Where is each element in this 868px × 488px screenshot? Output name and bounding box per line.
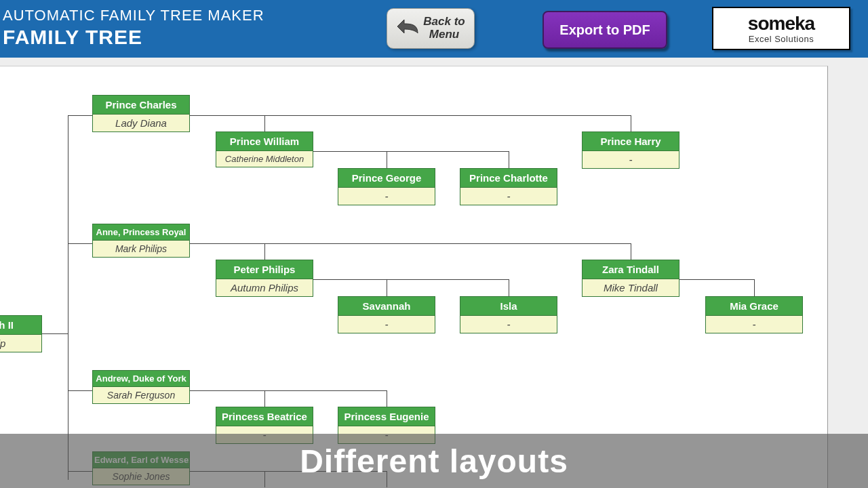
connector (387, 390, 387, 407)
connector (312, 279, 509, 280)
connector (190, 115, 631, 116)
person-andrew[interactable]: Andrew, Duke of York Sarah Ferguson (92, 370, 190, 404)
person-spouse: Catherine Middleton (216, 151, 313, 167)
export-to-pdf-button[interactable]: Export to PDF (542, 11, 667, 49)
person-name: Mia Grace (706, 297, 802, 316)
connector (312, 151, 509, 152)
person-spouse: Autumn Philips (216, 279, 313, 296)
person-name: Anne, Princess Royal (93, 224, 189, 241)
person-name: Prince Harry (583, 132, 679, 151)
back-arrow-icon (396, 17, 420, 40)
connector (68, 115, 68, 480)
person-name: Princess Eugenie (338, 407, 435, 426)
person-spouse: - (583, 151, 679, 168)
connector (387, 279, 387, 296)
person-william[interactable]: Prince William Catherine Middleton (216, 131, 313, 167)
person-elizabeth[interactable]: zabeth II Philip (0, 315, 42, 352)
someka-logo: someka Excel Solutions (712, 7, 850, 50)
logo-main: someka (748, 14, 814, 33)
caption-text: Different layouts (300, 443, 568, 480)
connector (264, 243, 265, 260)
person-spouse: - (706, 316, 802, 333)
person-isla[interactable]: Isla - (460, 296, 557, 333)
back-to-menu-button[interactable]: Back toMenu (387, 8, 475, 49)
connector (631, 115, 631, 131)
person-peter[interactable]: Peter Philips Autumn Philips (216, 260, 313, 297)
person-spouse: Philip (0, 335, 41, 352)
canvas-area: zabeth II Philip Prince Charles Lady Dia… (0, 58, 868, 488)
person-mia[interactable]: Mia Grace - (705, 296, 803, 333)
person-spouse: Mark Philips (93, 241, 189, 257)
person-name: Andrew, Duke of York (93, 371, 189, 387)
person-savannah[interactable]: Savannah - (338, 296, 435, 333)
person-spouse: Mike Tindall (583, 279, 679, 296)
person-charles[interactable]: Prince Charles Lady Diana (92, 95, 190, 132)
person-zara[interactable]: Zara Tindall Mike Tindall (582, 260, 679, 297)
person-spouse: Lady Diana (93, 115, 189, 131)
connector (754, 279, 755, 296)
person-harry[interactable]: Prince Harry - (582, 131, 679, 169)
connector (679, 279, 754, 280)
connector (509, 151, 509, 168)
caption-overlay: Different layouts (0, 434, 868, 488)
connector (42, 333, 68, 334)
connector (264, 115, 265, 131)
connector (509, 279, 509, 296)
connector (264, 390, 265, 407)
connector (68, 390, 92, 391)
connector (68, 115, 92, 116)
person-name: Zara Tindall (583, 260, 679, 279)
person-name: Isla (460, 297, 557, 316)
person-charlotte[interactable]: Prince Charlotte - (460, 168, 557, 205)
person-spouse: - (460, 316, 557, 333)
logo-sub: Excel Solutions (749, 35, 814, 43)
person-name: Prince Charles (93, 96, 189, 115)
person-name: Princess Beatrice (216, 407, 313, 426)
person-spouse: - (338, 188, 435, 205)
connector (631, 243, 631, 260)
person-name: Prince George (338, 169, 435, 188)
person-anne[interactable]: Anne, Princess Royal Mark Philips (92, 224, 190, 258)
export-button-label: Export to PDF (559, 22, 650, 38)
person-george[interactable]: Prince George - (338, 168, 435, 205)
person-name: Savannah (338, 297, 435, 316)
connector (68, 243, 92, 244)
person-spouse: - (460, 188, 557, 205)
connector (190, 390, 387, 391)
person-name: zabeth II (0, 316, 41, 335)
family-tree-sheet: zabeth II Philip Prince Charles Lady Dia… (0, 66, 828, 488)
connector (190, 243, 631, 244)
connector (387, 151, 387, 168)
person-name: Prince Charlotte (460, 169, 557, 188)
back-button-label: Back toMenu (423, 16, 465, 41)
person-name: Peter Philips (216, 260, 313, 279)
header-bar: AUTOMATIC FAMILY TREE MAKER FAMILY TREE … (0, 0, 868, 59)
person-spouse: Sarah Ferguson (93, 387, 189, 403)
person-spouse: - (338, 316, 435, 333)
person-name: Prince William (216, 132, 313, 151)
